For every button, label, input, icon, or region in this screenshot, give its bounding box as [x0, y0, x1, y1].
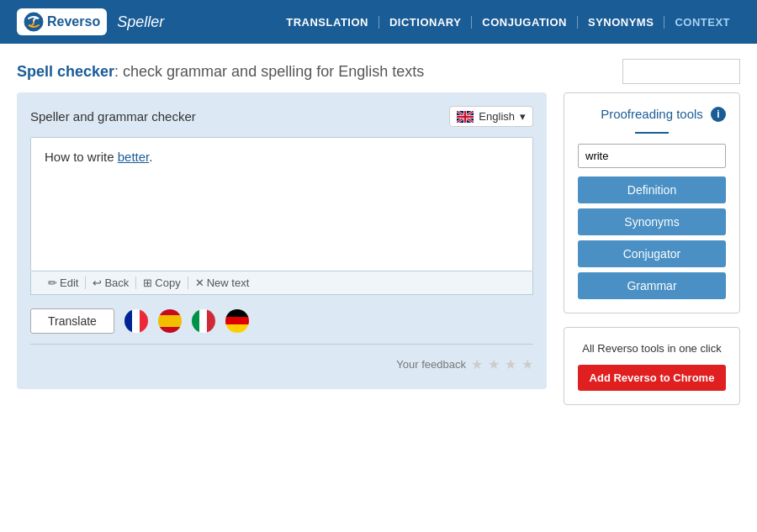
- back-button[interactable]: ↩ Back: [86, 277, 136, 289]
- text-before: How to write: [45, 150, 118, 164]
- spanish-flag-button[interactable]: [158, 309, 182, 333]
- french-flag-button[interactable]: [124, 309, 148, 333]
- header: Reverso Speller TRANSLATION DICTIONARY C…: [0, 0, 757, 44]
- back-icon: ↩: [93, 277, 102, 289]
- text-display: How to write better.: [30, 137, 533, 271]
- header-left: Reverso Speller: [17, 8, 164, 35]
- logo-box[interactable]: Reverso: [17, 8, 107, 35]
- dropdown-arrow: ▾: [520, 110, 526, 123]
- text-toolbar: ✏ Edit ↩ Back ⊞ Copy ✕ New text: [30, 271, 533, 295]
- edit-button[interactable]: ✏ Edit: [41, 277, 86, 289]
- nav-synonyms[interactable]: SYNONYMS: [577, 16, 664, 29]
- copy-label: Copy: [155, 277, 180, 289]
- proofreading-search-input[interactable]: [578, 144, 726, 168]
- star-1[interactable]: ★: [471, 356, 483, 372]
- language-selector[interactable]: English ▾: [449, 106, 533, 127]
- reverso-logo-icon: [24, 12, 44, 32]
- info-icon[interactable]: i: [711, 107, 726, 122]
- translate-row: Translate: [30, 308, 533, 334]
- left-panel-title: Speller and grammar checker: [30, 109, 196, 124]
- copy-icon: ⊞: [143, 277, 152, 289]
- nav-translation[interactable]: TRANSLATION: [276, 16, 378, 29]
- text-link[interactable]: better: [118, 150, 150, 164]
- copy-button[interactable]: ⊞ Copy: [136, 277, 188, 289]
- nav-context[interactable]: CONTEXT: [664, 16, 740, 29]
- nav-conjugation[interactable]: CONJUGATION: [471, 16, 577, 29]
- synonyms-button[interactable]: Synonyms: [578, 208, 726, 235]
- star-4[interactable]: ★: [521, 356, 533, 372]
- star-3[interactable]: ★: [505, 356, 516, 372]
- chrome-card-text: All Reverso tools in one click: [578, 341, 726, 356]
- main-nav: TRANSLATION DICTIONARY CONJUGATION SYNON…: [276, 16, 740, 29]
- feedback-row: Your feedback ★ ★ ★ ★: [30, 353, 533, 376]
- proofreading-header: Proofreading tools i: [578, 107, 726, 122]
- definition-button[interactable]: Definition: [578, 176, 726, 203]
- new-text-label: New text: [207, 277, 250, 289]
- new-text-icon: ✕: [195, 277, 204, 289]
- conjugator-button[interactable]: Conjugator: [578, 240, 726, 267]
- logo-speller-text: Speller: [117, 13, 164, 31]
- italian-flag-button[interactable]: [192, 309, 215, 333]
- main-content: Speller and grammar checker English ▾ Ho…: [0, 92, 757, 422]
- right-panel: Proofreading tools i Definition Synonyms…: [564, 92, 740, 405]
- top-search-input[interactable]: [622, 59, 740, 84]
- logo-reverso-text: Reverso: [47, 14, 100, 29]
- proofreading-title: Proofreading tools: [593, 107, 711, 121]
- left-panel: Speller and grammar checker English ▾ Ho…: [17, 92, 547, 389]
- proofreading-card: Proofreading tools i Definition Synonyms…: [564, 92, 740, 313]
- grammar-button[interactable]: Grammar: [578, 272, 726, 299]
- edit-icon: ✏: [48, 277, 57, 289]
- add-to-chrome-button[interactable]: Add Reverso to Chrome: [578, 365, 726, 391]
- nav-dictionary[interactable]: DICTIONARY: [378, 16, 471, 29]
- divider: [30, 344, 533, 345]
- page-title-bold: Spell checker: [17, 63, 114, 80]
- edit-label: Edit: [60, 277, 78, 289]
- proofreading-divider: [635, 132, 669, 134]
- left-panel-header: Speller and grammar checker English ▾: [30, 106, 533, 127]
- german-flag-button[interactable]: [225, 309, 249, 333]
- page-title-bar: Spell checker: check grammar and spellin…: [0, 44, 757, 92]
- language-label: English: [479, 110, 515, 123]
- back-label: Back: [104, 277, 129, 289]
- text-after: .: [149, 150, 152, 164]
- page-title-rest: : check grammar and spelling for English…: [114, 63, 424, 80]
- uk-flag-icon: [457, 111, 474, 123]
- page-title: Spell checker: check grammar and spellin…: [17, 63, 424, 81]
- new-text-button[interactable]: ✕ New text: [188, 277, 257, 289]
- feedback-label: Your feedback: [396, 358, 466, 371]
- translate-button[interactable]: Translate: [30, 308, 114, 334]
- star-2[interactable]: ★: [488, 356, 500, 372]
- chrome-card: All Reverso tools in one click Add Rever…: [564, 327, 740, 405]
